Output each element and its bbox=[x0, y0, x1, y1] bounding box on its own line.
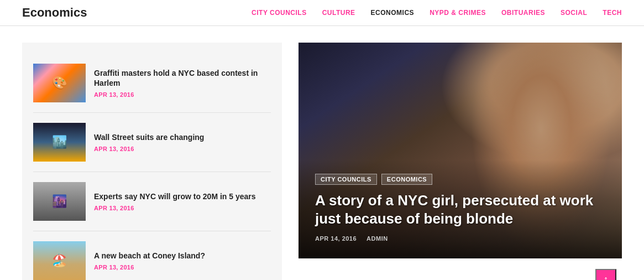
featured-meta: APR 14, 2016 ADMIN bbox=[315, 235, 605, 242]
featured-image: CITY COUNCILSECONOMICS A story of a NYC … bbox=[299, 43, 622, 258]
scroll-top-arrow-icon: ↑ bbox=[604, 274, 609, 280]
article-info: Experts say NYC will grow to 20M in 5 ye… bbox=[94, 182, 271, 221]
nav-item-economics[interactable]: ECONOMICS bbox=[371, 9, 415, 17]
featured-article: CITY COUNCILSECONOMICS A story of a NYC … bbox=[299, 43, 622, 280]
article-thumbnail: 🏙️ bbox=[33, 123, 86, 162]
site-logo[interactable]: Economics bbox=[22, 6, 87, 20]
article-date: APR 13, 2016 bbox=[94, 146, 271, 152]
nav-item-city-councils[interactable]: CITY COUNCILS bbox=[252, 9, 307, 17]
article-info: Wall Street suits are changingAPR 13, 20… bbox=[94, 123, 271, 162]
scroll-to-top-button[interactable]: ↑ bbox=[595, 269, 616, 280]
featured-author: ADMIN bbox=[366, 235, 388, 242]
article-title: Graffiti masters hold a NYC based contes… bbox=[94, 68, 271, 88]
list-item[interactable]: 🌆Experts say NYC will grow to 20M in 5 y… bbox=[33, 172, 271, 231]
main-content: 🎨Graffiti masters hold a NYC based conte… bbox=[0, 26, 644, 280]
featured-overlay: CITY COUNCILSECONOMICS A story of a NYC … bbox=[299, 160, 622, 258]
tag-badge[interactable]: ECONOMICS bbox=[381, 174, 432, 185]
main-nav: CITY COUNCILSCULTUREECONOMICSNYPD & CRIM… bbox=[252, 9, 622, 17]
article-thumbnail: 🏖️ bbox=[33, 241, 86, 280]
article-date: APR 13, 2016 bbox=[94, 205, 271, 211]
article-title: A new beach at Coney Island? bbox=[94, 251, 271, 261]
list-item[interactable]: 🏙️Wall Street suits are changingAPR 13, … bbox=[33, 113, 271, 172]
nav-item-nypd-crimes[interactable]: NYPD & CRIMES bbox=[430, 9, 486, 17]
list-item[interactable]: 🎨Graffiti masters hold a NYC based conte… bbox=[33, 54, 271, 113]
article-info: Graffiti masters hold a NYC based contes… bbox=[94, 64, 271, 102]
article-title: Experts say NYC will grow to 20M in 5 ye… bbox=[94, 191, 271, 201]
featured-title: A story of a NYC girl, persecuted at wor… bbox=[315, 191, 605, 227]
featured-date: APR 14, 2016 bbox=[315, 235, 357, 242]
article-info: A new beach at Coney Island?APR 13, 2016 bbox=[94, 241, 271, 280]
article-title: Wall Street suits are changing bbox=[94, 132, 271, 142]
article-thumbnail: 🎨 bbox=[33, 64, 86, 102]
article-date: APR 13, 2016 bbox=[94, 264, 271, 271]
article-sidebar: 🎨Graffiti masters hold a NYC based conte… bbox=[22, 43, 282, 280]
featured-tags: CITY COUNCILSECONOMICS bbox=[315, 174, 605, 185]
tag-badge[interactable]: CITY COUNCILS bbox=[315, 174, 377, 185]
nav-item-social[interactable]: SOCIAL bbox=[561, 9, 587, 17]
article-date: APR 13, 2016 bbox=[94, 91, 271, 98]
article-list: 🎨Graffiti masters hold a NYC based conte… bbox=[33, 54, 271, 280]
nav-item-culture[interactable]: CULTURE bbox=[322, 9, 355, 17]
nav-item-obituaries[interactable]: OBITUARIES bbox=[501, 9, 545, 17]
list-item[interactable]: 🏖️A new beach at Coney Island?APR 13, 20… bbox=[33, 231, 271, 280]
page-header: Economics CITY COUNCILSCULTUREECONOMICSN… bbox=[0, 0, 644, 26]
nav-item-tech[interactable]: TECH bbox=[603, 9, 622, 17]
article-thumbnail: 🌆 bbox=[33, 182, 86, 221]
